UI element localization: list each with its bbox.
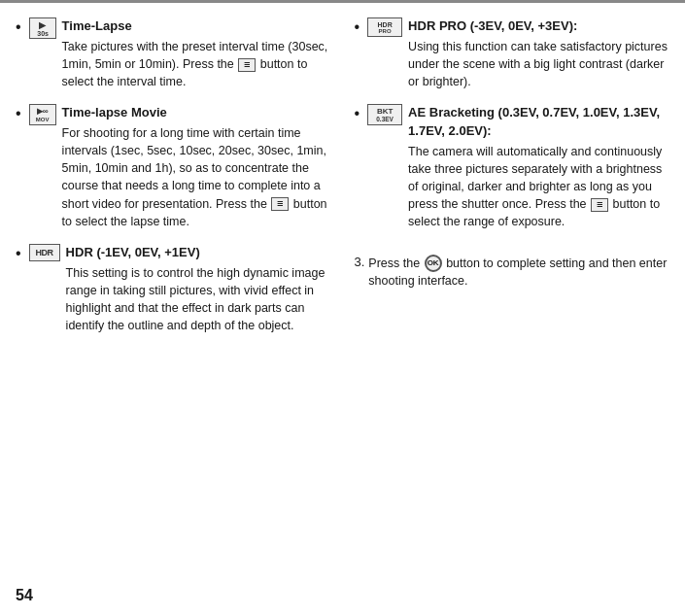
ok-icon-step3: OK: [425, 255, 442, 272]
menu-icon-ae: ☰: [591, 198, 608, 212]
timelapse-content: Time-Lapse Take pictures with the preset…: [62, 17, 331, 90]
hdrpro-title: HDR PRO (-3EV, 0EV, +3EV):: [408, 17, 669, 36]
hdr-content: HDR (-1EV, 0EV, +1EV) This setting is to…: [66, 244, 331, 334]
hdr-icon: HDR: [29, 244, 60, 261]
ae-bracketing-desc: The camera will automatically and contin…: [408, 143, 669, 231]
bullet-dot-3: •: [16, 246, 21, 261]
bullet-dot-5: •: [355, 106, 360, 121]
hdrpro-icon: HDR PRO: [367, 17, 402, 37]
top-border: [0, 0, 685, 3]
right-column: • HDR PRO HDR PRO (-3EV, 0EV, +3EV): Usi…: [343, 10, 686, 606]
list-item-timelapse-movie: • ▶∞ MOV Time-lapse Movie For shooting f…: [16, 104, 331, 230]
left-column: • ▶ 30s Time-Lapse Take pictures with th…: [0, 10, 343, 606]
timelapse-movie-title: Time-lapse Movie: [62, 104, 331, 122]
timelapse-movie-desc: For shooting for a long time with certai…: [62, 124, 331, 230]
list-item-ae-bracketing: • BKT 0.3EV AE Bracketing (0.3EV, 0.7EV,…: [355, 104, 670, 230]
timelapse-title: Time-Lapse: [62, 17, 331, 36]
page-number: 54: [16, 587, 33, 604]
bullet-dot-2: •: [16, 106, 21, 121]
ae-bracketing-title: AE Bracketing (0.3EV, 0.7EV, 1.0EV, 1.3E…: [408, 104, 669, 141]
timelapse-desc: Take pictures with the preset interval t…: [62, 38, 331, 90]
timelapse-icon: ▶ 30s: [29, 17, 56, 39]
hdrpro-desc: Using this function can take satisfactor…: [408, 38, 669, 90]
hdr-desc: This setting is to control the high dyna…: [66, 264, 331, 335]
hdr-title: HDR (-1EV, 0EV, +1EV): [66, 244, 331, 262]
timelapse-movie-content: Time-lapse Movie For shooting for a long…: [62, 104, 331, 230]
step-3-desc: Press the OK button to complete setting …: [368, 255, 669, 291]
menu-icon-timelapse: ☰: [238, 58, 256, 72]
step-number: 3.: [355, 255, 365, 269]
step-3: 3. Press the OK button to complete setti…: [355, 255, 670, 291]
ae-bracketing-content: AE Bracketing (0.3EV, 0.7EV, 1.0EV, 1.3E…: [408, 104, 669, 230]
timelapse-movie-icon: ▶∞ MOV: [29, 104, 56, 125]
list-item-timelapse: • ▶ 30s Time-Lapse Take pictures with th…: [16, 17, 331, 90]
menu-icon-timelapse-movie: ☰: [271, 197, 289, 211]
list-item-hdrpro: • HDR PRO HDR PRO (-3EV, 0EV, +3EV): Usi…: [355, 17, 670, 90]
bullet-dot: •: [16, 19, 21, 35]
hdrpro-content: HDR PRO (-3EV, 0EV, +3EV): Using this fu…: [408, 17, 669, 90]
bullet-dot-4: •: [355, 19, 360, 35]
page-container: • ▶ 30s Time-Lapse Take pictures with th…: [0, 0, 685, 616]
list-item-hdr: • HDR HDR (-1EV, 0EV, +1EV) This setting…: [16, 244, 331, 334]
bkt-icon: BKT 0.3EV: [367, 104, 402, 125]
